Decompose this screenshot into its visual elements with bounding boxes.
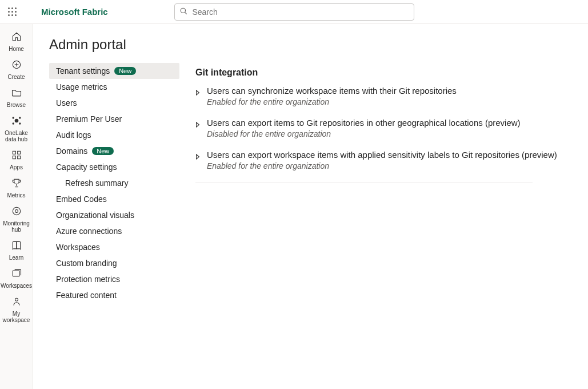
admin-nav-label: Organizational visuals [56, 211, 134, 220]
admin-nav-label: Tenant settings [56, 66, 110, 76]
plus-circle-icon [11, 59, 22, 72]
svg-marker-21 [197, 122, 199, 127]
setting-status: Disabled for the entire organization [207, 129, 521, 138]
search-icon [179, 7, 188, 17]
admin-nav-item[interactable]: Refresh summary [49, 175, 179, 191]
svg-rect-13 [17, 156, 20, 159]
admin-nav: Tenant settingsNewUsage metricsUsersPrem… [49, 63, 179, 303]
admin-nav-label: Premium Per User [56, 114, 122, 124]
home-icon [11, 31, 22, 44]
setting-row: Users can synchronize workspace items wi… [195, 86, 572, 106]
rail-item-monitoring[interactable]: Monitoring hub [2, 202, 31, 235]
setting-title[interactable]: Users can synchronize workspace items wi… [207, 86, 457, 96]
top-bar: Microsoft Fabric [0, 0, 588, 24]
admin-nav-item[interactable]: DomainsNew [49, 143, 179, 159]
svg-marker-20 [197, 90, 199, 95]
rail-item-create[interactable]: Create [2, 55, 31, 82]
admin-nav-label: Capacity settings [56, 162, 117, 172]
rail-item-label: Workspaces [1, 283, 32, 289]
new-badge: New [92, 147, 114, 155]
admin-nav-label: Custom branding [56, 259, 117, 268]
setting-status: Enabled for the entire organization [207, 97, 457, 106]
rail-item-learn[interactable]: Learn [2, 236, 31, 263]
book-icon [11, 240, 22, 253]
svg-point-0 [181, 8, 185, 13]
admin-nav-item[interactable]: Azure connections [49, 223, 179, 239]
chevron-right-icon[interactable] [195, 120, 200, 129]
admin-nav-item[interactable]: Protection metrics [49, 271, 179, 287]
rail-item-browse[interactable]: Browse [2, 84, 31, 110]
rail-item-myworkspace[interactable]: My workspace [2, 292, 31, 326]
chevron-right-icon[interactable] [195, 152, 200, 161]
admin-nav-label: Featured content [56, 291, 117, 300]
setting-row: Users can export workspace items with ap… [195, 150, 572, 170]
setting-text: Users can synchronize workspace items wi… [207, 86, 457, 106]
product-name: Microsoft Fabric [41, 7, 108, 17]
admin-nav-item[interactable]: Premium Per User [49, 111, 179, 127]
setting-title[interactable]: Users can export workspace items with ap… [207, 150, 557, 160]
admin-nav-item[interactable]: Users [49, 95, 179, 111]
setting-status: Enabled for the entire organization [207, 161, 557, 170]
left-rail: HomeCreateBrowseOneLake data hubAppsMetr… [0, 24, 33, 389]
rail-item-onelake[interactable]: OneLake data hub [2, 112, 31, 145]
admin-nav-item[interactable]: Embed Codes [49, 191, 179, 207]
admin-nav-item[interactable]: Workspaces [49, 239, 179, 255]
rail-item-workspaces[interactable]: Workspaces [2, 264, 31, 291]
rail-item-label: Metrics [7, 192, 25, 199]
svg-point-7 [12, 117, 14, 118]
admin-nav-label: Azure connections [56, 227, 122, 236]
app-launcher-icon[interactable] [8, 7, 17, 17]
setting-text: Users can export items to Git repositori… [207, 118, 521, 138]
admin-nav-item[interactable]: Capacity settings [49, 159, 179, 175]
admin-nav-item[interactable]: Organizational visuals [49, 207, 179, 223]
svg-point-16 [13, 207, 20, 215]
settings-detail: Git integration Users can synchronize wo… [195, 63, 572, 303]
admin-nav-item[interactable]: Audit logs [49, 127, 179, 143]
svg-point-9 [12, 122, 14, 124]
search-input[interactable] [191, 7, 409, 17]
svg-marker-22 [197, 154, 199, 159]
setting-title[interactable]: Users can export items to Git repositori… [207, 118, 521, 128]
svg-point-19 [15, 298, 18, 301]
person-icon [11, 296, 22, 309]
stack-icon [11, 268, 22, 281]
admin-nav-item[interactable]: Tenant settingsNew [49, 63, 179, 79]
rail-item-label: Monitoring hub [3, 220, 30, 233]
svg-point-17 [15, 210, 18, 213]
rail-item-metrics[interactable]: Metrics [2, 174, 31, 201]
new-badge: New [114, 67, 136, 75]
rail-item-label: Apps [10, 164, 23, 170]
rail-item-label: Learn [9, 255, 24, 261]
trophy-icon [11, 177, 22, 190]
section-divider [195, 182, 533, 182]
svg-rect-12 [13, 156, 15, 159]
admin-nav-label: Domains [56, 146, 87, 156]
page-title: Admin portal [49, 37, 572, 53]
section-title: Git integration [195, 68, 572, 78]
svg-point-5 [14, 119, 18, 123]
admin-nav-label: Users [56, 98, 77, 108]
two-column: Tenant settingsNewUsage metricsUsersPrem… [49, 63, 572, 303]
admin-nav-item[interactable]: Featured content [49, 287, 179, 303]
hub-icon [11, 115, 22, 128]
rail-item-label: Home [9, 46, 24, 52]
admin-nav-item[interactable]: Custom branding [49, 255, 179, 271]
content-area: Admin portal Tenant settingsNewUsage met… [33, 24, 588, 389]
chevron-right-icon[interactable] [195, 88, 200, 97]
svg-point-6 [19, 117, 21, 118]
svg-rect-18 [13, 271, 19, 276]
rail-item-label: My workspace [3, 311, 30, 323]
folder-icon [11, 87, 22, 100]
admin-nav-label: Protection metrics [56, 275, 120, 284]
rail-item-apps[interactable]: Apps [2, 146, 31, 173]
admin-nav-item[interactable]: Usage metrics [49, 79, 179, 95]
svg-rect-11 [17, 151, 20, 154]
rail-item-home[interactable]: Home [2, 27, 31, 54]
monitor-icon [11, 205, 22, 219]
setting-row: Users can export items to Git repositori… [195, 118, 572, 138]
rail-item-label: Browse [7, 102, 26, 108]
svg-point-8 [19, 122, 21, 124]
search-box[interactable] [174, 3, 414, 21]
search-container [174, 3, 414, 21]
svg-line-1 [185, 12, 186, 14]
